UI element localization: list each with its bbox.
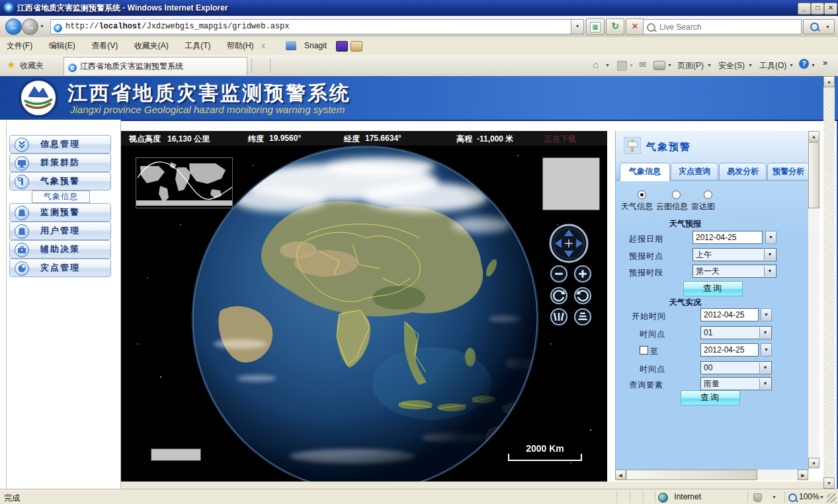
home-icon[interactable]: ⌂ — [593, 59, 599, 70]
sidebar-subitem-weather-info[interactable]: 气象信息 — [32, 190, 90, 203]
forecast-date-input[interactable]: 2012-04-25 — [692, 231, 763, 244]
end-time-checkbox[interactable] — [640, 346, 648, 355]
address-dropdown[interactable]: ▼ — [571, 19, 584, 34]
start-hour-select[interactable]: 01 ▼ — [700, 326, 772, 339]
tilt-up-button[interactable] — [550, 308, 568, 326]
search-options-dropdown-icon[interactable]: ▼ — [825, 24, 830, 29]
rss-icon[interactable] — [617, 61, 627, 71]
dropdown-icon[interactable]: ▼ — [759, 362, 771, 373]
tab-disaster-query[interactable]: 灾点查询 — [671, 163, 718, 181]
address-input[interactable]: ehttp://localhost/Jxdzwebgis_mapgis/grid… — [50, 19, 571, 34]
pan-control[interactable] — [548, 223, 589, 264]
page-dropdown-icon[interactable]: ▼ — [707, 63, 712, 67]
compatibility-view-button[interactable]: ▦ — [586, 19, 605, 35]
snagit-label[interactable]: Snagit — [298, 37, 333, 54]
resize-grip[interactable] — [827, 493, 836, 503]
history-dropdown-icon[interactable]: ▼ — [40, 24, 44, 28]
forecast-query-button[interactable]: 查询 — [683, 281, 743, 296]
dropdown-icon[interactable]: ▼ — [764, 249, 775, 260]
tools-menu-button[interactable]: 工具(O) — [759, 60, 786, 71]
protected-mode-cell[interactable]: ▼ — [747, 491, 784, 503]
tab-susceptibility-analysis[interactable]: 易发分析 — [719, 163, 767, 181]
sidebar-item-decision-support[interactable]: 辅助决策 — [9, 240, 111, 259]
sidebar-item-monitor-warning[interactable]: 监测预警 — [9, 203, 111, 222]
maximize-button[interactable]: □ — [811, 3, 824, 15]
help-dropdown-icon[interactable]: ▼ — [811, 63, 816, 67]
end-hour-select[interactable]: 00 ▼ — [700, 361, 772, 374]
query-element-select[interactable]: 雨量 ▼ — [700, 377, 772, 390]
safety-dropdown-icon[interactable]: ▼ — [748, 63, 753, 67]
radio-weather-info[interactable] — [638, 190, 646, 199]
end-date-input[interactable]: 2012-04-25 — [700, 343, 759, 357]
page-scroll-down-icon[interactable]: ▼ — [823, 478, 835, 489]
menu-edit[interactable]: 编辑(E) — [42, 37, 82, 54]
back-button[interactable]: ← — [5, 19, 22, 35]
zoom-in-button[interactable] — [573, 265, 592, 283]
search-go-button[interactable]: ▼ — [803, 19, 835, 34]
forecast-time-select[interactable]: 上午 ▼ — [692, 248, 776, 261]
sidebar-item-user-management[interactable]: 用户管理 — [9, 222, 111, 240]
safety-menu-button[interactable]: 安全(S) — [718, 60, 745, 71]
radio-label-cloud[interactable]: 云图信息 — [656, 201, 688, 212]
page-menu-button[interactable]: 页面(P) — [677, 60, 704, 71]
snagit-editor-icon[interactable] — [351, 41, 362, 52]
forward-button[interactable]: → — [22, 19, 38, 35]
rotate-right-button[interactable] — [573, 286, 592, 305]
tilt-down-button[interactable] — [573, 308, 592, 326]
scroll-right-icon[interactable]: ▶ — [798, 470, 808, 480]
print-icon[interactable] — [653, 61, 665, 70]
rss-dropdown-icon[interactable]: ▼ — [629, 63, 634, 67]
help-icon[interactable]: ? — [799, 59, 809, 69]
sidebar-item-info-management[interactable]: 信息管理 — [9, 135, 111, 153]
panel-vscrollbar[interactable]: ▲ ▼ — [808, 131, 819, 468]
page-vscrollbar[interactable]: ▲ ▼ — [823, 76, 835, 489]
favorites-star-icon[interactable]: ★ — [7, 59, 15, 71]
close-button[interactable]: ✕ — [824, 3, 837, 15]
sidebar-item-group-prevention[interactable]: 群策群防 — [9, 153, 111, 172]
menu-view[interactable]: 查看(V) — [85, 37, 124, 54]
home-dropdown-icon[interactable]: ▼ — [605, 63, 610, 67]
menu-tools[interactable]: 工具(T) — [178, 37, 217, 54]
scroll-up-icon[interactable]: ▲ — [808, 131, 819, 142]
protected-dropdown-icon[interactable]: ▼ — [772, 495, 776, 499]
minimize-button[interactable]: _ — [798, 3, 811, 15]
menu-file[interactable]: 文件(F) — [0, 37, 39, 54]
zoom-cell[interactable]: 100% ▼ — [784, 491, 826, 503]
sidebar-item-disaster-points[interactable]: 灾点管理 — [9, 259, 111, 277]
panel-hscrollbar[interactable]: ◀ ▶ — [615, 470, 808, 480]
zoom-dropdown-icon[interactable]: ▼ — [819, 495, 824, 499]
favorites-button[interactable]: 收藏夹 — [20, 60, 44, 71]
forecast-date-dropdown[interactable]: ▼ — [765, 231, 776, 244]
radio-label-radar[interactable]: 雷达图 — [691, 201, 715, 212]
snagit-profiles-icon[interactable] — [336, 41, 348, 52]
page-scroll-up-icon[interactable]: ▲ — [823, 76, 835, 87]
toolbar-close-icon[interactable]: x — [255, 37, 272, 54]
refresh-button[interactable]: ↻ — [606, 19, 624, 35]
mail-icon[interactable]: ✉ — [639, 60, 646, 69]
actual-query-button[interactable]: 查询 — [681, 390, 740, 405]
end-date-dropdown[interactable]: ▼ — [761, 343, 772, 357]
tab-weather-info[interactable]: 气象信息 — [620, 163, 670, 181]
panel-hscroll-thumb[interactable] — [626, 470, 757, 480]
forecast-period-select[interactable]: 第一天 ▼ — [692, 265, 776, 278]
overview-map[interactable] — [136, 157, 233, 208]
radio-cloud-image[interactable] — [672, 190, 681, 199]
sidebar-item-weather-warning[interactable]: 气象预警 — [9, 172, 111, 190]
tools-dropdown-icon[interactable]: ▼ — [789, 63, 794, 67]
start-date-dropdown[interactable]: ▼ — [761, 308, 772, 321]
overflow-chevron-icon[interactable]: » — [823, 58, 827, 67]
scroll-down-icon[interactable]: ▼ — [808, 458, 819, 468]
zoom-out-button[interactable] — [550, 265, 568, 283]
globe-viewport[interactable]: 视点高度 16,130 公里 纬度 19.9560° 经度 175.6634° … — [121, 131, 607, 482]
menu-favorites[interactable]: 收藏夹(A) — [128, 37, 175, 54]
tab-warning-analysis[interactable]: 预警分析 — [767, 163, 810, 181]
stop-button[interactable]: ✕ — [626, 19, 644, 35]
panel-vscroll-thumb[interactable] — [808, 142, 819, 208]
radio-label-weather[interactable]: 天气信息 — [621, 201, 653, 212]
dropdown-icon[interactable]: ▼ — [759, 327, 771, 338]
start-date-input[interactable]: 2012-04-25 — [700, 308, 759, 321]
search-input[interactable] — [658, 21, 800, 33]
print-dropdown-icon[interactable]: ▼ — [667, 63, 672, 67]
scroll-left-icon[interactable]: ◀ — [615, 470, 626, 480]
dropdown-icon[interactable]: ▼ — [764, 266, 775, 276]
